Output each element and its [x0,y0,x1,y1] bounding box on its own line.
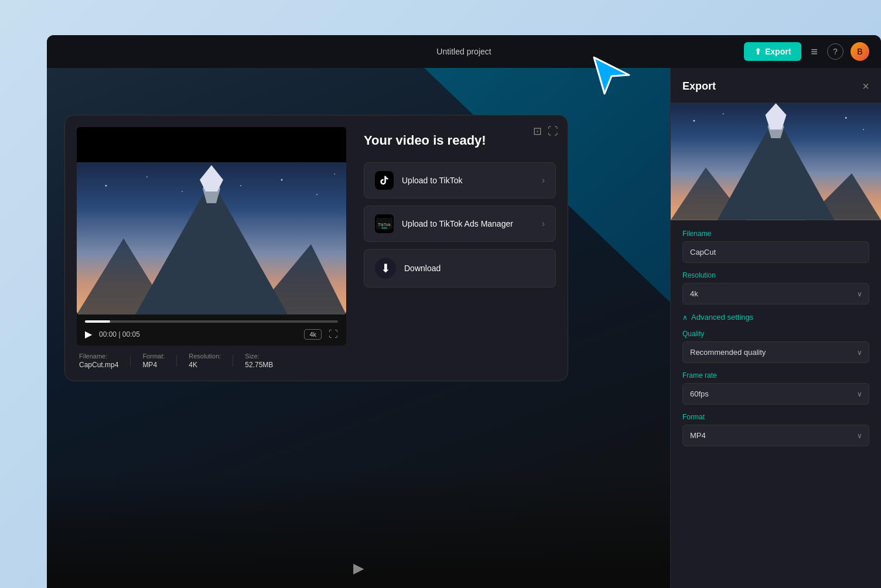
play-icon: ▶ [85,329,92,339]
filename-input[interactable] [682,241,869,263]
quality-select-wrapper: Recommended quality Best quality Balance… [682,341,869,363]
total-time: 00:05 [122,330,140,339]
format-select-wrapper: MP4 MOV AVI ∨ [682,425,869,446]
framerate-select-wrapper: 60fps 30fps 24fps ∨ [682,383,869,405]
export-panel-title: Export [682,80,716,93]
export-panel: Export × [670,68,881,588]
export-thumbnail-svg [671,103,881,220]
download-button[interactable]: ⬇ Download [364,249,556,288]
svg-point-23 [723,113,724,114]
controls-row: ▶ 00:00 | 00:05 4k [85,329,338,340]
avatar[interactable]: B [851,42,869,61]
resolution-label: Resolution [682,271,869,279]
svg-point-10 [316,194,317,195]
play-button[interactable]: ▶ [85,329,92,340]
time-display: 00:00 | 00:05 [99,330,140,339]
upload-icon: ⬆ [754,47,762,56]
svg-point-6 [105,185,107,187]
app-window: Untitled project ⬆ Export ≡ ? B [47,35,881,588]
video-controls: ▶ 00:00 | 00:05 4k [77,314,346,346]
info-filename-group: Filename: CapCut.mp4 [79,353,118,369]
info-divider-2 [176,355,177,367]
mountain-svg [77,162,346,314]
info-size-group: Size: 52.75MB [245,353,273,369]
info-size-label: Size: [245,353,273,360]
progress-fill [85,320,110,323]
video-screen [77,127,346,314]
info-divider-1 [130,355,131,367]
menu-button[interactable]: ≡ [808,43,820,61]
framerate-select[interactable]: 60fps 30fps 24fps [682,383,869,405]
ready-title: Your video is ready! [364,133,556,148]
avatar-letter: B [857,47,862,56]
bottom-play-icon: ▶ [353,560,364,576]
svg-point-12 [240,185,241,186]
advanced-chevron-icon: ∧ [682,313,688,322]
modal-top-icons: ⊡ ⛶ [533,125,558,138]
info-divider-3 [233,355,233,367]
advanced-section: ∧ Advanced settings Quality Recommended … [682,313,869,446]
tiktok-icon [375,171,394,190]
progress-bar[interactable] [85,320,338,323]
info-format-group: Format: MP4 [142,353,165,369]
video-container: ▶ 00:00 | 00:05 4k [77,127,556,369]
upload-tiktok-label: Upload to TikTok [402,176,463,185]
editor-area: ⊡ ⛶ [47,68,670,588]
fullscreen-icon: ⛶ [548,125,558,137]
info-size-value: 52.75MB [245,361,273,369]
resolution-select[interactable]: 4k 1080p 720p 480p [682,283,869,305]
video-image [77,162,346,314]
close-export-button[interactable]: × [862,80,869,93]
quality-label: Quality [682,330,869,338]
ads-chevron: › [542,218,545,229]
quality-badge-button[interactable]: 4k [304,329,322,340]
top-bar: Untitled project ⬆ Export ≡ ? B [47,35,881,68]
svg-marker-26 [594,57,629,94]
svg-point-7 [146,176,148,177]
upload-ads-label: Upload to TikTok Ads Manager [402,219,513,228]
download-icon: ⬇ [381,261,391,275]
svg-point-11 [334,173,335,175]
svg-point-22 [693,120,695,122]
quality-badge-label: 4k [309,331,316,338]
format-label: Format [682,413,869,421]
current-time: 00:00 [99,330,117,339]
info-resolution-label: Resolution: [189,353,221,360]
share-button[interactable]: ⊡ [533,125,542,138]
tiktok-ads-icon: TikTok Ads [375,214,394,233]
resolution-select-wrapper: 4k 1080p 720p 480p ∨ [682,283,869,305]
project-title: Untitled project [436,47,491,56]
info-resolution-value: 4K [189,361,221,369]
export-header: Export × [671,68,881,103]
export-thumbnail [671,103,881,220]
export-button[interactable]: ⬆ Export [744,42,801,61]
close-icon: × [862,80,869,93]
bottom-play-area: ▶ [353,560,364,576]
help-button[interactable]: ? [827,43,844,60]
info-format-label: Format: [142,353,165,360]
video-info: Filename: CapCut.mp4 Format: MP4 Resolut… [77,353,346,369]
player-fullscreen-button[interactable]: ⛶ [329,329,338,340]
info-resolution-group: Resolution: 4K [189,353,221,369]
export-button-label: Export [765,47,791,56]
modal-fullscreen-button[interactable]: ⛶ [548,125,558,138]
video-black-top [77,127,346,162]
framerate-label: Frame rate [682,371,869,380]
video-modal: ⊡ ⛶ [64,115,568,381]
svg-point-9 [281,179,283,181]
upload-tiktok-ads-button[interactable]: TikTok Ads Upload to TikTok Ads Manager … [364,206,556,242]
share-icon: ⊡ [533,125,542,137]
advanced-toggle[interactable]: ∧ Advanced settings [682,313,869,322]
tiktok-chevron: › [542,175,545,186]
format-select[interactable]: MP4 MOV AVI [682,425,869,446]
bottom-play-button[interactable]: ▶ [353,560,364,576]
ready-panel: Your video is ready! Upload to TikTok › [364,127,556,369]
info-filename-value: CapCut.mp4 [79,361,118,369]
upload-tiktok-button[interactable]: Upload to TikTok › [364,162,556,199]
main-content: ⊡ ⛶ [47,68,881,588]
svg-point-8 [182,191,183,192]
arrow-cursor [588,52,635,101]
top-bar-right: ⬆ Export ≡ ? B [744,42,869,61]
quality-select[interactable]: Recommended quality Best quality Balance… [682,341,869,363]
info-format-value: MP4 [142,361,165,369]
